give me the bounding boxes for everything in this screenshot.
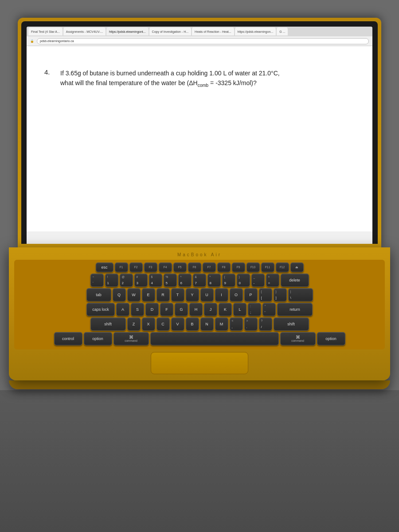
question-number: 4. bbox=[44, 68, 53, 89]
key-f1[interactable]: F1 bbox=[115, 262, 128, 272]
browser-tabs: Final Test (4 Star A... Assignments - MC… bbox=[27, 27, 372, 36]
question-container: 4. If 3.65g of butane is burned undernea… bbox=[44, 68, 355, 89]
laptop: Final Test (4 Star A... Assignments - MC… bbox=[9, 18, 390, 389]
tab-2[interactable]: Assignments - MCV4UV-... bbox=[63, 27, 106, 35]
key-w[interactable]: W bbox=[127, 288, 141, 301]
key-eject[interactable]: ⏏ bbox=[290, 262, 304, 272]
key-f11[interactable]: F11 bbox=[261, 262, 274, 272]
key-p[interactable]: P bbox=[244, 288, 258, 301]
address-bar[interactable]: pdsb.elearningontario.ca bbox=[37, 38, 369, 44]
key-9[interactable]: (9 bbox=[222, 274, 235, 287]
key-command-left[interactable]: ⌘command bbox=[113, 332, 149, 345]
key-slash[interactable]: ?/ bbox=[259, 317, 272, 331]
key-5[interactable]: %5 bbox=[164, 274, 177, 287]
key-0[interactable]: )0 bbox=[237, 274, 250, 287]
key-f[interactable]: F bbox=[160, 303, 173, 316]
keyboard: esc F1 F2 F3 F4 F5 F6 F7 F8 F9 F10 F11 F… bbox=[14, 260, 385, 349]
keyboard-base: MacBook Air esc F1 F2 F3 F4 F5 F6 F7 F8 … bbox=[9, 247, 390, 380]
key-e[interactable]: E bbox=[142, 288, 155, 301]
key-equals[interactable]: += bbox=[266, 274, 279, 287]
key-f12[interactable]: F12 bbox=[276, 262, 289, 272]
key-period[interactable]: >. bbox=[244, 317, 258, 331]
key-2[interactable]: @2 bbox=[120, 274, 133, 287]
key-tab[interactable]: tab bbox=[86, 288, 111, 301]
bottom-row: control option ⌘command ⌘command option bbox=[18, 332, 381, 345]
key-lbracket[interactable]: {[ bbox=[259, 288, 272, 301]
key-semicolon[interactable]: :; bbox=[248, 303, 261, 316]
key-backslash[interactable]: |\ bbox=[288, 288, 313, 301]
key-y[interactable]: Y bbox=[186, 288, 199, 301]
key-h[interactable]: H bbox=[189, 303, 203, 316]
key-z[interactable]: Z bbox=[127, 317, 141, 331]
key-f10[interactable]: F10 bbox=[246, 262, 260, 272]
key-k[interactable]: K bbox=[219, 303, 232, 316]
trackpad[interactable] bbox=[151, 352, 248, 374]
tab-5[interactable]: Heats of Reaction - Heat... bbox=[192, 27, 234, 35]
key-lshift[interactable]: shift bbox=[90, 317, 126, 331]
key-s[interactable]: S bbox=[131, 303, 144, 316]
key-r[interactable]: R bbox=[156, 288, 170, 301]
key-7[interactable]: &7 bbox=[193, 274, 206, 287]
key-x[interactable]: X bbox=[142, 317, 155, 331]
key-j[interactable]: J bbox=[204, 303, 217, 316]
key-f7[interactable]: F7 bbox=[203, 262, 216, 272]
key-rbracket[interactable]: }] bbox=[274, 288, 287, 301]
key-control[interactable]: control bbox=[54, 332, 82, 345]
key-return[interactable]: return bbox=[277, 303, 313, 316]
key-f3[interactable]: F3 bbox=[144, 262, 157, 272]
trackpad-container bbox=[14, 352, 385, 374]
key-option-right[interactable]: option bbox=[317, 332, 345, 345]
question-text: If 3.65g of butane is burned underneath … bbox=[60, 68, 280, 89]
key-caps[interactable]: caps lock bbox=[86, 303, 115, 316]
tab-7[interactable]: G ... bbox=[277, 27, 288, 35]
key-rshift[interactable]: shift bbox=[274, 317, 309, 331]
key-space[interactable] bbox=[150, 332, 279, 345]
key-esc[interactable]: esc bbox=[96, 262, 113, 272]
key-n[interactable]: N bbox=[200, 317, 214, 331]
key-1[interactable]: !1 bbox=[105, 274, 118, 287]
key-6[interactable]: ^6 bbox=[178, 274, 192, 287]
asdf-row: caps lock A S D F G H J K L :; "' return bbox=[18, 303, 381, 316]
key-i[interactable]: I bbox=[215, 288, 228, 301]
key-u[interactable]: U bbox=[200, 288, 214, 301]
key-option-left[interactable]: option bbox=[84, 332, 112, 345]
key-f8[interactable]: F8 bbox=[217, 262, 231, 272]
key-v[interactable]: V bbox=[171, 317, 184, 331]
key-minus[interactable]: _- bbox=[251, 274, 265, 287]
lock-icon: 🔒 bbox=[30, 39, 34, 43]
key-delete[interactable]: delete bbox=[281, 274, 309, 287]
key-b[interactable]: B bbox=[186, 317, 199, 331]
page-body: 4. If 3.65g of butane is burned undernea… bbox=[27, 46, 372, 231]
key-f9[interactable]: F9 bbox=[232, 262, 245, 272]
key-m[interactable]: M bbox=[215, 317, 228, 331]
tab-3-active[interactable]: https://pdsb.elearningont... bbox=[106, 27, 149, 35]
key-a[interactable]: A bbox=[116, 303, 129, 316]
key-8[interactable]: *8 bbox=[207, 274, 221, 287]
tab-1[interactable]: Final Test (4 Star A... bbox=[28, 27, 63, 35]
key-quote[interactable]: "' bbox=[262, 303, 276, 316]
key-l[interactable]: L bbox=[233, 303, 246, 316]
key-command-right[interactable]: ⌘command bbox=[280, 332, 316, 345]
qwerty-row: tab Q W E R T Y U I O P {[ }] |\ bbox=[18, 288, 381, 301]
tab-6[interactable]: https://pdsb.elearningon... bbox=[235, 27, 276, 35]
fn-row: esc F1 F2 F3 F4 F5 F6 F7 F8 F9 F10 F11 F… bbox=[18, 262, 381, 272]
key-backtick[interactable]: ~` bbox=[90, 274, 104, 287]
tab-4[interactable]: Copy of Investigation - H... bbox=[149, 27, 191, 35]
key-3[interactable]: #3 bbox=[134, 274, 148, 287]
address-bar-row: 🔒 pdsb.elearningontario.ca bbox=[27, 36, 372, 46]
key-c[interactable]: C bbox=[156, 317, 170, 331]
key-o[interactable]: O bbox=[230, 288, 243, 301]
subscript-comb: comb bbox=[198, 83, 208, 88]
key-f2[interactable]: F2 bbox=[129, 262, 143, 272]
key-4[interactable]: $4 bbox=[149, 274, 162, 287]
key-f6[interactable]: F6 bbox=[188, 262, 201, 272]
key-f4[interactable]: F4 bbox=[159, 262, 172, 272]
key-t[interactable]: T bbox=[171, 288, 184, 301]
key-f5[interactable]: F5 bbox=[173, 262, 187, 272]
key-g[interactable]: G bbox=[175, 303, 188, 316]
desk-surface bbox=[0, 390, 399, 532]
key-comma[interactable]: <, bbox=[230, 317, 243, 331]
key-q[interactable]: Q bbox=[113, 288, 126, 301]
key-d[interactable]: D bbox=[145, 303, 159, 316]
screen-bezel: Final Test (4 Star A... Assignments - MC… bbox=[21, 21, 378, 244]
